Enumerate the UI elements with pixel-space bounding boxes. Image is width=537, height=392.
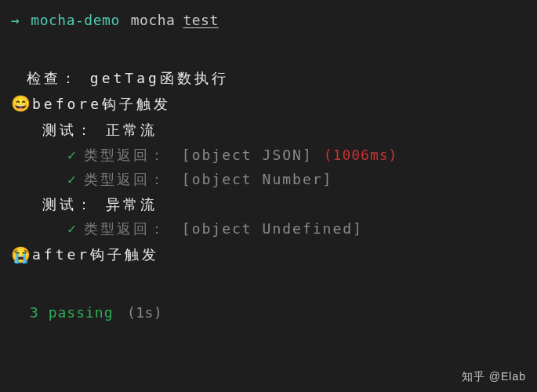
- prompt-line[interactable]: → mocha-demo mocha test: [11, 8, 526, 33]
- cry-emoji-icon: 😭: [11, 241, 31, 269]
- passing-count: 3 passing: [30, 304, 114, 321]
- summary-duration: (1s): [127, 304, 162, 321]
- test-value: [object JSON]: [182, 143, 313, 168]
- after-hook: 😭 after钩子触发: [11, 241, 526, 269]
- test-row: ✓ 类型返回： [object Undefined]: [67, 216, 526, 241]
- test-timing: (1006ms): [324, 143, 398, 168]
- test-value: [object Undefined]: [182, 216, 363, 241]
- before-hook-text: before钩子触发: [32, 92, 171, 117]
- summary: 3 passing (1s): [30, 300, 526, 325]
- before-hook: 😄 before钩子触发: [11, 90, 526, 118]
- suite-root: 检查： getTag函数执行: [27, 66, 526, 91]
- test-label: 类型返回：: [84, 167, 166, 192]
- test-label: 类型返回：: [84, 216, 166, 241]
- prompt-arrow-icon: →: [11, 8, 20, 33]
- test-row: ✓ 类型返回： [object Number]: [67, 167, 526, 192]
- check-icon: ✓: [67, 216, 76, 241]
- check-icon: ✓: [67, 167, 76, 192]
- prompt-cwd: mocha-demo: [31, 8, 119, 33]
- watermark: 知乎 @Elab: [462, 370, 526, 384]
- sub-suite-exception: 测试： 异常流: [42, 192, 526, 217]
- test-row: ✓ 类型返回： [object JSON] (1006ms): [67, 143, 526, 168]
- after-hook-text: after钩子触发: [32, 242, 159, 267]
- sub-suite-normal: 测试： 正常流: [42, 118, 526, 143]
- test-value: [object Number]: [182, 167, 333, 192]
- smile-emoji-icon: 😄: [11, 90, 31, 118]
- prompt-command: mocha: [131, 8, 176, 33]
- test-label: 类型返回：: [84, 143, 166, 168]
- terminal: → mocha-demo mocha test 检查： getTag函数执行 😄…: [0, 0, 537, 332]
- check-icon: ✓: [67, 143, 76, 168]
- prompt-arg: test: [183, 8, 218, 33]
